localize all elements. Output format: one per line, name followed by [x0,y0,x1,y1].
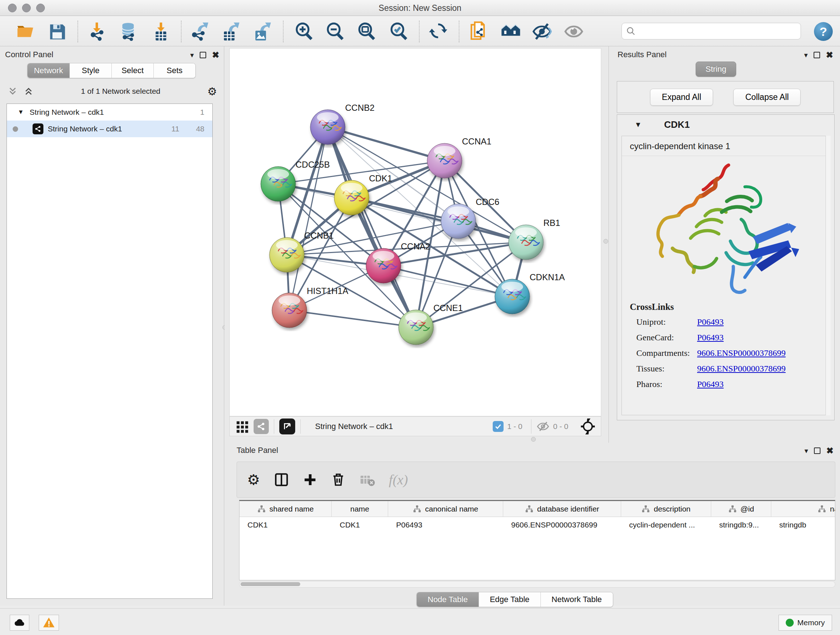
network-collection-row[interactable]: ▼ String Network – cdk1 1 [7,104,212,120]
column-header-shared-name[interactable]: shared name [240,501,332,516]
results-panel-close-icon[interactable]: ✖ [826,50,833,60]
collapse-all-chevrons-icon[interactable] [7,86,18,97]
network-node-CDKN1A[interactable]: CDKN1A [495,272,565,314]
crosslink-link[interactable]: P06493 [697,379,723,389]
collection-expand-caret[interactable]: ▼ [18,109,24,116]
tab-edge-table[interactable]: Edge Table [478,592,540,607]
network-document-icon[interactable] [469,21,489,42]
network-node-RB1[interactable]: RB1 [508,218,561,260]
column-label: database identifier [537,505,600,513]
save-session-icon[interactable] [47,21,67,42]
crosslink-link[interactable]: P06493 [697,333,723,342]
column-header-name[interactable]: name [332,501,388,516]
grid-view-icon[interactable] [235,420,249,433]
table-panel-title: Table Panel [237,446,278,456]
warnings-button[interactable] [39,615,59,631]
import-table-icon[interactable] [151,21,172,42]
table-cell[interactable]: CDK1 [332,517,388,533]
fit-selected-crosshair-icon[interactable] [580,418,596,434]
crosslink-link[interactable]: 9606.ENSP00000378699 [697,348,786,358]
results-panel-minimize-icon[interactable]: ▾ [804,51,808,59]
export-image-icon[interactable] [252,21,272,42]
help-button[interactable]: ? [814,22,833,41]
table-horizontal-scrollbar[interactable] [239,581,835,587]
zoom-selected-icon[interactable] [388,21,409,42]
export-table-icon[interactable] [220,21,240,42]
tab-sets[interactable]: Sets [153,63,195,78]
column-header-description[interactable]: description [621,501,711,516]
column-header-namespace[interactable]: namespace [771,501,835,516]
network-options-gear-icon[interactable]: ⚙ [207,85,217,98]
hide-eye-slash-icon[interactable] [532,21,552,42]
results-panel-float-icon[interactable] [813,52,820,58]
expand-all-chevrons-icon[interactable] [23,86,34,97]
search-input[interactable] [638,27,794,35]
table-cell[interactable]: cyclin-dependent ... [621,517,711,533]
table-cell[interactable]: stringdb:9... [711,517,771,533]
column-header-database-identifier[interactable]: database identifier [503,501,621,516]
network-node-CDC25B[interactable]: CDC25B [261,160,330,201]
import-database-icon[interactable] [118,21,138,42]
table-options-gear-icon[interactable]: ⚙ [247,472,260,487]
memory-status-dot [786,619,794,627]
network-canvas[interactable]: CCNB2CCNA1CDC25BCDK1CDC6RB1CCNB1CCNA2CDK… [229,48,601,416]
show-columns-icon[interactable] [274,472,289,487]
add-column-icon[interactable] [303,472,317,487]
hidden-eye-slash-icon[interactable] [537,420,549,433]
network-edge[interactable] [328,127,416,327]
delete-column-trash-icon[interactable] [331,472,346,487]
table-cell[interactable]: 9606.ENSP00000378699 [503,517,621,533]
table-row[interactable]: CDK1CDK1P064939606.ENSP00000378699cyclin… [240,517,835,533]
results-scrollbar[interactable] [826,136,831,415]
control-panel-close-icon[interactable]: ✖ [212,50,219,60]
crosslink-link[interactable]: 9606.ENSP00000378699 [697,364,786,374]
refresh-icon[interactable] [429,21,449,42]
right-splitter-handle[interactable] [603,239,608,244]
network-edge[interactable] [328,127,445,161]
cloud-status-button[interactable] [10,615,29,631]
zoom-out-icon[interactable] [325,21,345,42]
open-session-icon[interactable] [15,21,35,42]
control-panel-float-icon[interactable] [200,52,206,58]
column-header-@id[interactable]: @id [711,501,771,516]
selected-checkbox-icon[interactable] [493,421,504,432]
birdseye-share-icon[interactable] [254,419,269,434]
search-box[interactable] [622,23,801,40]
zoom-fit-icon[interactable] [356,21,377,42]
table-panel-minimize-icon[interactable]: ▾ [805,447,808,455]
import-network-icon[interactable] [88,21,108,42]
export-network-icon[interactable] [189,21,210,42]
zoom-in-icon[interactable] [294,21,314,42]
control-panel-minimize-icon[interactable]: ▾ [190,51,194,59]
crosslink-label: Uniprot: [630,317,697,327]
network-node-CCNB1[interactable]: CCNB1 [270,231,333,272]
app-store-houses-icon[interactable] [501,21,521,42]
table-cell[interactable]: stringdb [771,517,835,533]
detach-view-icon[interactable] [279,418,295,434]
network-node-CCNA1[interactable]: CCNA1 [427,136,491,178]
crosslink-link[interactable]: P06493 [697,317,723,327]
tab-node-table[interactable]: Node Table [417,592,478,607]
network-edge[interactable] [289,310,416,327]
memory-button[interactable]: Memory [778,615,832,631]
network-node-HIST1H1A[interactable]: HIST1H1A [272,286,348,328]
tab-style[interactable]: Style [69,63,111,78]
table-panel-float-icon[interactable] [814,448,821,454]
tab-network-table[interactable]: Network Table [540,592,613,607]
show-eye-icon[interactable] [564,21,584,42]
table-panel-close-icon[interactable]: ✖ [826,446,834,456]
tab-string[interactable]: String [696,62,736,77]
horizontal-splitter-handle[interactable] [531,437,536,442]
collapse-all-button[interactable]: Collapse All [733,89,801,106]
scrollbar-thumb[interactable] [240,582,300,586]
protein-expand-caret[interactable]: ▼ [635,120,642,129]
expand-all-button[interactable]: Expand All [650,89,714,106]
column-header-canonical-name[interactable]: canonical name [388,501,503,516]
table-cell[interactable]: P06493 [388,517,503,533]
protein-details: cyclin-dependent kinase 1 [622,136,830,415]
network-row-selected[interactable]: String Network – cdk1 11 48 [7,120,212,137]
table-cell[interactable]: CDK1 [240,517,332,533]
network-edge[interactable] [352,198,526,242]
tab-network[interactable]: Network [27,63,69,78]
tab-select[interactable]: Select [111,63,153,78]
